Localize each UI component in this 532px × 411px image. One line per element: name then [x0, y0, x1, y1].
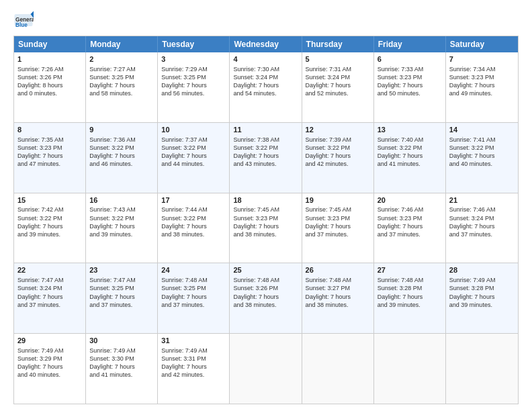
day-info-line: Sunset: 3:22 PM: [161, 144, 226, 152]
day-info-line: Sunset: 3:22 PM: [161, 214, 226, 222]
day-info-line: Daylight: 7 hours: [306, 222, 370, 230]
day-number: 1: [17, 54, 82, 64]
day-info-line: Daylight: 7 hours: [233, 222, 298, 230]
day-info-line: and 52 minutes.: [306, 89, 370, 97]
day-info-line: Sunrise: 7:29 AM: [161, 65, 226, 73]
day-info-line: Sunrise: 7:43 AM: [89, 205, 154, 214]
day-number: 11: [233, 125, 298, 135]
day-info-line: Sunset: 3:23 PM: [378, 214, 442, 222]
day-info-line: and 44 minutes.: [161, 160, 226, 168]
calendar-cell: 6Sunrise: 7:33 AMSunset: 3:23 PMDaylight…: [374, 52, 446, 122]
day-info-line: Sunset: 3:22 PM: [306, 144, 370, 152]
day-number: 30: [89, 336, 154, 346]
day-info-line: Daylight: 7 hours: [306, 293, 370, 301]
day-info-line: Daylight: 7 hours: [306, 81, 370, 89]
day-info-line: Sunrise: 7:47 AM: [89, 276, 154, 284]
day-info-line: Sunrise: 7:45 AM: [306, 205, 370, 214]
day-info-line: Sunset: 3:25 PM: [161, 284, 226, 292]
day-info-line: Sunset: 3:22 PM: [233, 144, 298, 152]
day-info-line: and 49 minutes.: [449, 89, 515, 97]
day-info-line: and 37 minutes.: [161, 301, 226, 309]
calendar-row-1: 1Sunrise: 7:26 AMSunset: 3:26 PMDaylight…: [14, 52, 518, 122]
calendar-body: 1Sunrise: 7:26 AMSunset: 3:26 PMDaylight…: [14, 52, 518, 404]
day-number: 4: [233, 54, 298, 64]
day-info-line: Daylight: 8 hours: [17, 81, 82, 89]
day-number: 24: [161, 265, 226, 275]
day-number: 9: [89, 125, 154, 135]
day-info-line: and 54 minutes.: [233, 89, 298, 97]
day-info-line: and 38 minutes.: [161, 230, 226, 238]
day-info-line: Sunrise: 7:49 AM: [449, 276, 515, 284]
calendar-cell: 10Sunrise: 7:37 AMSunset: 3:22 PMDayligh…: [158, 123, 230, 193]
page: General Blue SundayMondayTuesdayWednesda…: [0, 0, 532, 411]
day-number: 8: [17, 125, 82, 135]
day-number: 19: [306, 195, 370, 205]
day-number: 17: [161, 195, 226, 205]
day-number: 31: [161, 336, 226, 346]
svg-text:Blue: Blue: [15, 22, 28, 28]
calendar-cell: [374, 334, 446, 404]
calendar-cell: 2Sunrise: 7:27 AMSunset: 3:25 PMDaylight…: [86, 52, 158, 122]
day-number: 3: [161, 54, 226, 64]
day-info-line: Sunrise: 7:30 AM: [233, 65, 298, 73]
day-info-line: Sunrise: 7:34 AM: [449, 65, 515, 73]
day-info-line: Daylight: 7 hours: [161, 222, 226, 230]
header-day-tuesday: Tuesday: [158, 36, 230, 52]
day-number: 7: [449, 54, 515, 64]
day-info-line: Sunrise: 7:42 AM: [17, 205, 82, 214]
calendar-cell: 12Sunrise: 7:39 AMSunset: 3:22 PMDayligh…: [302, 123, 374, 193]
day-number: 12: [306, 125, 370, 135]
day-info-line: Sunrise: 7:37 AM: [161, 136, 226, 144]
day-info-line: Sunset: 3:24 PM: [306, 73, 370, 81]
day-info-line: Daylight: 7 hours: [17, 293, 82, 301]
day-info-line: Sunset: 3:28 PM: [449, 284, 515, 292]
day-info-line: Sunrise: 7:40 AM: [378, 136, 442, 144]
day-info-line: Daylight: 7 hours: [378, 152, 442, 160]
calendar-row-3: 15Sunrise: 7:42 AMSunset: 3:22 PMDayligh…: [14, 193, 518, 263]
day-info-line: Daylight: 7 hours: [233, 293, 298, 301]
day-info-line: Daylight: 7 hours: [449, 222, 515, 230]
day-info-line: Sunrise: 7:39 AM: [306, 136, 370, 144]
calendar-cell: 27Sunrise: 7:48 AMSunset: 3:28 PMDayligh…: [374, 263, 446, 333]
calendar-cell: 25Sunrise: 7:48 AMSunset: 3:26 PMDayligh…: [230, 263, 302, 333]
day-number: 15: [17, 195, 82, 205]
calendar-cell: 4Sunrise: 7:30 AMSunset: 3:24 PMDaylight…: [230, 52, 302, 122]
day-info-line: and 37 minutes.: [449, 230, 515, 238]
calendar-cell: 23Sunrise: 7:47 AMSunset: 3:25 PMDayligh…: [86, 263, 158, 333]
day-info-line: Sunrise: 7:27 AM: [89, 65, 154, 73]
day-info-line: Sunrise: 7:44 AM: [161, 205, 226, 214]
day-info-line: Sunrise: 7:35 AM: [17, 136, 82, 144]
day-number: 29: [17, 336, 82, 346]
day-number: 5: [306, 54, 370, 64]
day-info-line: Sunrise: 7:46 AM: [449, 205, 515, 214]
day-info-line: Sunset: 3:25 PM: [89, 73, 154, 81]
day-info-line: and 0 minutes.: [17, 89, 82, 97]
day-info-line: and 37 minutes.: [89, 301, 154, 309]
calendar-cell: 5Sunrise: 7:31 AMSunset: 3:24 PMDaylight…: [302, 52, 374, 122]
calendar-cell: [302, 334, 374, 404]
day-info-line: Sunrise: 7:49 AM: [89, 347, 154, 355]
day-info-line: Sunrise: 7:26 AM: [17, 65, 82, 73]
day-info-line: Sunset: 3:23 PM: [17, 144, 82, 152]
day-info-line: and 37 minutes.: [17, 301, 82, 309]
day-info-line: Daylight: 7 hours: [233, 81, 298, 89]
day-info-line: Sunset: 3:23 PM: [233, 214, 298, 222]
logo-icon: General Blue: [13, 10, 34, 30]
calendar-cell: 11Sunrise: 7:38 AMSunset: 3:22 PMDayligh…: [230, 123, 302, 193]
header-day-friday: Friday: [374, 36, 446, 52]
calendar-row-2: 8Sunrise: 7:35 AMSunset: 3:23 PMDaylight…: [14, 122, 518, 193]
day-number: 26: [306, 265, 370, 275]
day-info-line: Sunset: 3:31 PM: [161, 355, 226, 363]
day-info-line: Sunset: 3:24 PM: [233, 73, 298, 81]
day-info-line: Sunset: 3:24 PM: [17, 284, 82, 292]
header-day-monday: Monday: [86, 36, 158, 52]
header-day-thursday: Thursday: [302, 36, 374, 52]
day-info-line: Sunset: 3:23 PM: [449, 73, 515, 81]
day-info-line: Daylight: 7 hours: [89, 81, 154, 89]
day-info-line: Sunset: 3:22 PM: [17, 214, 82, 222]
day-info-line: and 39 minutes.: [449, 301, 515, 309]
calendar-cell: 31Sunrise: 7:49 AMSunset: 3:31 PMDayligh…: [158, 334, 230, 404]
day-info-line: and 38 minutes.: [233, 230, 298, 238]
day-info-line: Sunset: 3:22 PM: [378, 144, 442, 152]
day-info-line: Daylight: 7 hours: [449, 81, 515, 89]
